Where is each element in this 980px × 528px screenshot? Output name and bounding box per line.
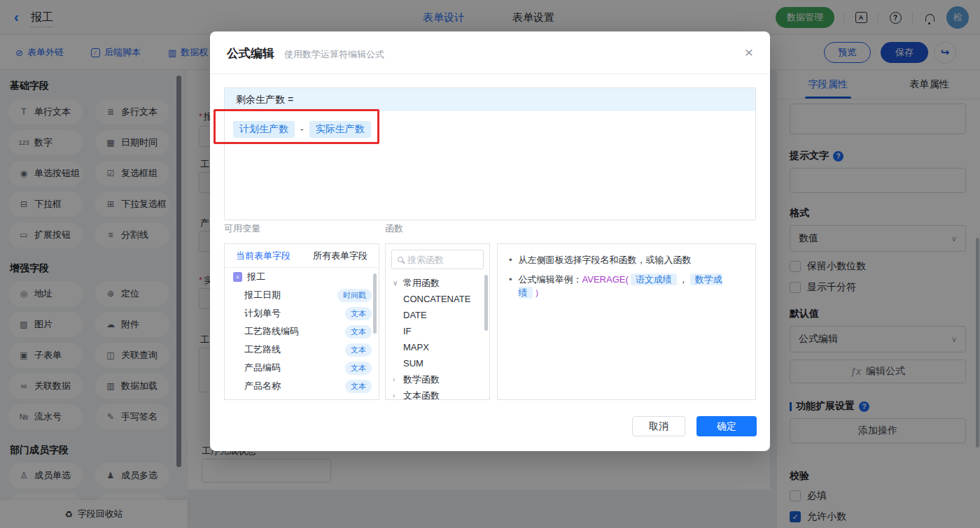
- variable-row[interactable]: 产品名称文本: [225, 377, 379, 395]
- function-search-input[interactable]: [407, 255, 477, 265]
- modal-subtitle: 使用数学运算符编辑公式: [284, 48, 384, 61]
- function-group-math[interactable]: ›数学函数: [386, 371, 489, 387]
- variable-row[interactable]: 工艺路线文本: [225, 341, 379, 359]
- minus-operator: -: [300, 124, 304, 135]
- cancel-button[interactable]: 取消: [632, 416, 685, 436]
- variable-row[interactable]: 报工日期时间戳: [225, 286, 379, 304]
- formula-expression: 计划生产数 - 实际生产数: [225, 111, 755, 138]
- function-item[interactable]: SUM: [386, 355, 489, 371]
- functions-scrollbar-thumb[interactable]: [484, 275, 488, 331]
- example-chip: 语文成绩: [631, 273, 677, 285]
- variables-label: 可用变量: [224, 222, 260, 235]
- variables-scrollbar-thumb[interactable]: [373, 273, 377, 334]
- formula-lhs: 剩余生产数 =: [225, 88, 755, 111]
- variable-row[interactable]: 工艺路线编码文本: [225, 322, 379, 341]
- tip-example-line: • 公式编辑举例：AVERAGE(语文成绩，数学成绩）: [509, 273, 744, 299]
- search-icon: [398, 257, 403, 262]
- variables-tabs: 当前表单字段 所有表单字段: [225, 244, 379, 268]
- function-item[interactable]: CONCATENATE: [386, 291, 489, 307]
- type-badge: 文本: [345, 307, 372, 320]
- functions-label: 函数: [385, 222, 403, 235]
- functions-panel: ∨常用函数 CONCATENATE DATE IF MAPX SUM ›数学函数…: [385, 243, 490, 400]
- close-icon[interactable]: ×: [745, 44, 753, 61]
- bullet-icon: •: [509, 273, 512, 286]
- type-badge: 文本: [345, 380, 372, 393]
- function-item[interactable]: MAPX: [386, 339, 489, 355]
- function-name: AVERAGE(: [582, 274, 629, 285]
- tips-panel: • 从左侧面板选择字段名和函数，或输入函数 • 公式编辑举例：AVERAGE(语…: [497, 243, 756, 400]
- modal-title: 公式编辑: [227, 45, 274, 62]
- divider: [210, 73, 770, 74]
- tab-current-form-fields[interactable]: 当前表单字段: [225, 250, 302, 262]
- formula-editor[interactable]: 剩余生产数 = 计划生产数 - 实际生产数: [224, 87, 756, 220]
- app-root: ‹ 报工 表单设计 表单设置 数据管理 A ? 检 ⊘ 表单外链 ∕ 后端脚本 …: [0, 0, 980, 528]
- function-item[interactable]: DATE: [386, 307, 489, 323]
- formula-chip-actual[interactable]: 实际生产数: [309, 121, 371, 138]
- function-group-text[interactable]: ›文本函数: [386, 387, 489, 400]
- formula-edit-modal: 公式编辑 使用数学运算符编辑公式 × 剩余生产数 = 计划生产数 - 实际生产数…: [210, 31, 770, 451]
- confirm-button[interactable]: 确定: [696, 416, 757, 436]
- variable-row[interactable]: 产品编码文本: [225, 359, 379, 377]
- type-badge: 时间戳: [337, 289, 372, 302]
- variable-row[interactable]: 计划单号文本: [225, 304, 379, 322]
- variables-panel: 当前表单字段 所有表单字段 ≡ 报工 报工日期时间戳 计划单号文本 工艺路线编码…: [224, 243, 379, 400]
- document-icon: ≡: [233, 272, 242, 282]
- chevron-right-icon: ›: [393, 376, 399, 383]
- chevron-down-icon: ∨: [393, 279, 399, 287]
- type-badge: 文本: [345, 343, 372, 357]
- formula-chip-planned[interactable]: 计划生产数: [233, 121, 295, 138]
- tip-line: • 从左侧面板选择字段名和函数，或输入函数: [509, 253, 744, 266]
- function-group-common[interactable]: ∨常用函数: [386, 275, 489, 291]
- function-item[interactable]: IF: [386, 323, 489, 339]
- form-node[interactable]: ≡ 报工: [225, 268, 379, 286]
- type-badge: 文本: [345, 362, 372, 375]
- type-badge: 文本: [345, 325, 372, 338]
- chevron-right-icon: ›: [393, 392, 399, 399]
- tab-all-form-fields[interactable]: 所有表单字段: [302, 250, 379, 262]
- function-search[interactable]: [391, 250, 484, 269]
- bullet-icon: •: [509, 253, 512, 266]
